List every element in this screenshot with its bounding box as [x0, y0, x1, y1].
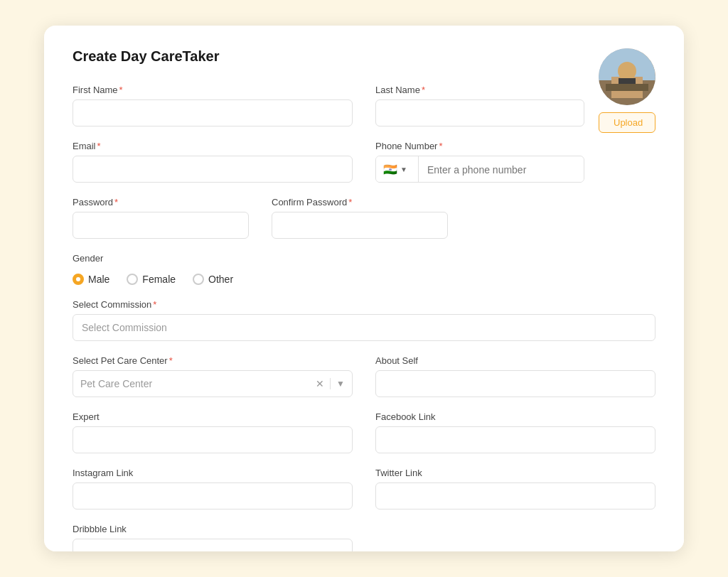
gender-other-label: Other — [208, 274, 233, 285]
gender-male-radio[interactable] — [73, 274, 84, 285]
select-pet-care-center-label: Select Pet Care Center* — [73, 355, 353, 366]
password-input[interactable] — [73, 212, 249, 239]
svg-rect-6 — [606, 84, 648, 91]
expert-input[interactable] — [73, 426, 353, 453]
instagram-link-group: Instagram Link — [73, 468, 353, 509]
dribbble-link-input[interactable] — [73, 539, 353, 551]
confirm-password-input[interactable] — [272, 212, 448, 239]
gender-female-label: Female — [142, 274, 176, 285]
instagram-link-label: Instagram Link — [73, 468, 353, 478]
last-name-input[interactable] — [375, 99, 584, 126]
pet-care-center-placeholder: Pet Care Center — [80, 378, 152, 389]
phone-field-wrapper: 🇮🇳 ▼ — [375, 156, 584, 183]
form-grid: First Name* Last Name* Email* — [73, 85, 655, 551]
gender-female-option[interactable]: Female — [127, 274, 176, 285]
about-self-input[interactable] — [375, 370, 655, 397]
dribbble-link-label: Dribbble Link — [73, 524, 353, 534]
form-card: Upload Create Day CareTaker First Name* … — [44, 26, 684, 551]
gender-label: Gender — [73, 253, 655, 264]
facebook-link-group: Facebook Link — [375, 411, 655, 453]
facebook-link-label: Facebook Link — [375, 411, 655, 422]
confirm-password-label: Confirm Password* — [272, 197, 448, 207]
pet-care-center-multiselect[interactable]: Pet Care Center ✕ ▼ — [73, 370, 353, 397]
form-title: Create Day CareTaker — [73, 48, 655, 65]
expert-group: Expert — [73, 411, 353, 453]
gender-other-radio[interactable] — [193, 274, 204, 285]
phone-input[interactable] — [419, 156, 584, 183]
gender-other-option[interactable]: Other — [193, 274, 233, 285]
twitter-link-label: Twitter Link — [375, 468, 655, 478]
clear-icon[interactable]: ✕ — [316, 378, 324, 389]
about-self-label: About Self — [375, 355, 655, 366]
twitter-link-input[interactable] — [375, 482, 655, 509]
select-divider — [330, 378, 331, 389]
instagram-link-input[interactable] — [73, 482, 353, 509]
about-self-group: About Self — [375, 355, 655, 397]
first-name-input[interactable] — [73, 99, 353, 126]
dribbble-link-group: Dribbble Link — [73, 524, 353, 551]
expert-label: Expert — [73, 411, 353, 422]
select-commission-placeholder: Select Commission — [82, 322, 167, 333]
email-label: Email* — [73, 141, 353, 151]
avatar — [599, 48, 655, 105]
password-group: Password* — [73, 197, 249, 239]
phone-flag-selector[interactable]: 🇮🇳 ▼ — [376, 156, 419, 182]
gender-male-option[interactable]: Male — [73, 274, 109, 285]
password-row: Password* Confirm Password* — [73, 197, 655, 239]
india-flag-icon: 🇮🇳 — [383, 163, 397, 176]
phone-number-group: Phone Number* 🇮🇳 ▼ — [375, 141, 584, 183]
select-commission-dropdown[interactable]: Select Commission — [73, 314, 655, 341]
password-label: Password* — [73, 197, 249, 207]
gender-options: Male Female Other — [73, 274, 655, 285]
multiselect-icons: ✕ ▼ — [316, 378, 345, 389]
phone-number-label: Phone Number* — [375, 141, 584, 151]
select-commission-label: Select Commission* — [73, 299, 655, 310]
gender-group: Gender Male Female Other — [73, 253, 655, 285]
gender-male-label: Male — [88, 274, 109, 285]
last-name-label: Last Name* — [375, 85, 584, 95]
upload-button[interactable]: Upload — [599, 112, 655, 133]
first-name-group: First Name* — [73, 85, 353, 126]
select-pet-care-center-group: Select Pet Care Center* Pet Care Center … — [73, 355, 353, 397]
avatar-upload-section: Upload — [599, 48, 655, 133]
confirm-password-group: Confirm Password* — [272, 197, 448, 239]
first-name-label: First Name* — [73, 85, 353, 95]
email-group: Email* — [73, 141, 353, 183]
gender-female-radio[interactable] — [127, 274, 138, 285]
phone-dropdown-arrow: ▼ — [400, 166, 407, 173]
svg-point-4 — [618, 62, 636, 80]
twitter-link-group: Twitter Link — [375, 468, 655, 509]
email-input[interactable] — [73, 156, 353, 183]
select-commission-group: Select Commission* Select Commission — [73, 299, 655, 341]
page-wrapper: Upload Create Day CareTaker First Name* … — [0, 0, 728, 577]
facebook-link-input[interactable] — [375, 426, 655, 453]
chevron-down-icon[interactable]: ▼ — [336, 379, 345, 389]
last-name-group: Last Name* — [375, 85, 584, 126]
